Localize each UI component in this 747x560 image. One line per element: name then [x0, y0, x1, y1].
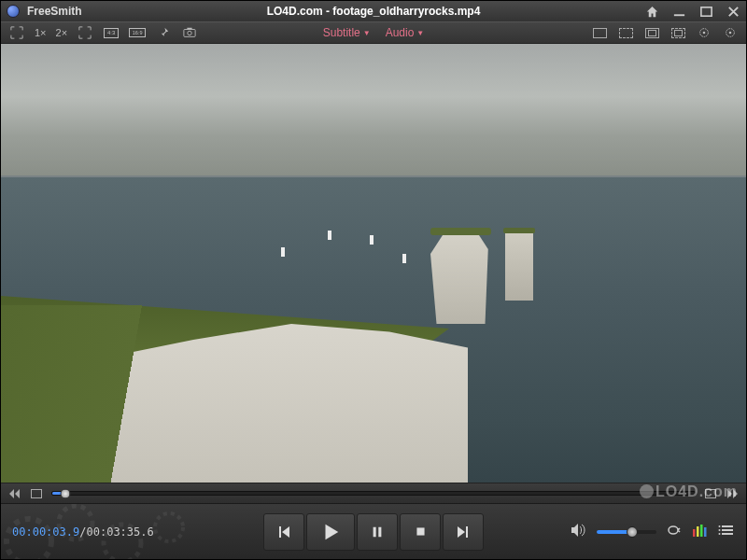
subtitle-dropdown[interactable]: Subtitle ▼ [323, 26, 371, 39]
seekbar-row [1, 483, 746, 503]
svg-rect-15 [416, 527, 424, 535]
audio-dropdown[interactable]: Audio ▼ [386, 26, 425, 39]
snapshot-icon[interactable] [181, 24, 198, 41]
timestamp: 00:00:03.9/00:03:35.6 [12, 525, 154, 539]
subtitle-label: Subtitle [323, 26, 360, 39]
fullscreen-icon[interactable] [77, 24, 93, 41]
previous-button[interactable] [263, 513, 304, 551]
crop-icon-2[interactable] [617, 24, 634, 41]
seek-slider[interactable] [51, 491, 696, 496]
audio-label: Audio [386, 26, 415, 39]
minimize-button[interactable] [672, 5, 686, 19]
svg-rect-0 [674, 14, 684, 16]
seek-knob[interactable] [60, 488, 70, 498]
svg-point-6 [703, 32, 706, 35]
maximize-button[interactable] [699, 5, 713, 19]
loop-icon[interactable] [666, 524, 683, 539]
app-name: FreeSmith [27, 5, 82, 18]
app-icon [7, 5, 20, 18]
close-button[interactable] [726, 5, 740, 19]
svg-rect-17 [697, 526, 699, 537]
crop-icon-4[interactable] [669, 24, 686, 41]
svg-rect-19 [704, 527, 707, 537]
aspect-16-9-icon[interactable]: 16:9 [129, 24, 146, 41]
toolbar: 1× 2× 4:3 16:9 Subtitle ▼ Audio ▼ [1, 21, 746, 44]
svg-point-12 [155, 513, 183, 541]
playlist-icon[interactable] [718, 524, 735, 539]
step-back-icon[interactable] [7, 486, 21, 501]
marker-start-icon[interactable] [29, 486, 44, 501]
total-time: 00:03:35.6 [86, 525, 153, 539]
chevron-down-icon: ▼ [416, 29, 424, 37]
volume-knob[interactable] [627, 526, 638, 538]
file-name: LO4D.com - footage_oldharryrocks.mp4 [1, 5, 746, 18]
next-button[interactable] [443, 513, 484, 551]
play-button[interactable] [306, 513, 355, 551]
equalizer-icon[interactable] [692, 524, 709, 539]
controls: 00:00:03.9/00:03:35.6 [1, 503, 746, 559]
pause-button[interactable] [357, 513, 398, 551]
aspect-4-3-icon[interactable]: 4:3 [103, 24, 120, 41]
pin-icon[interactable] [155, 24, 172, 41]
volume-slider[interactable] [597, 530, 656, 534]
volume-icon[interactable] [571, 523, 587, 540]
settings-icon-1[interactable] [696, 24, 712, 41]
home-icon[interactable] [645, 5, 659, 19]
video-content [1, 44, 746, 175]
svg-rect-4 [187, 28, 191, 30]
svg-rect-14 [378, 526, 381, 537]
fit-screen-icon[interactable] [8, 24, 25, 41]
svg-rect-2 [184, 30, 195, 37]
zoom-2x[interactable]: 2× [56, 27, 68, 38]
app-window: FreeSmith LO4D.com - footage_oldharryroc… [0, 0, 747, 560]
video-viewport[interactable] [1, 44, 746, 483]
marker-end-icon[interactable] [703, 486, 718, 501]
svg-rect-16 [693, 529, 696, 537]
chevron-down-icon: ▼ [363, 29, 371, 37]
svg-rect-1 [701, 7, 712, 15]
svg-point-20 [719, 525, 721, 527]
svg-point-21 [719, 529, 721, 531]
svg-point-22 [719, 533, 721, 535]
stop-button[interactable] [400, 513, 441, 551]
step-forward-icon[interactable] [726, 486, 740, 501]
crop-icon-3[interactable] [643, 24, 660, 41]
svg-point-3 [188, 31, 191, 35]
transport-controls [263, 513, 484, 551]
crop-icon-1[interactable] [591, 24, 608, 41]
zoom-1x[interactable]: 1× [35, 27, 47, 38]
svg-point-8 [729, 32, 732, 35]
current-time: 00:00:03.9 [12, 525, 79, 539]
svg-rect-18 [700, 525, 703, 537]
svg-rect-13 [374, 526, 376, 537]
titlebar: FreeSmith LO4D.com - footage_oldharryroc… [1, 1, 746, 21]
settings-icon-2[interactable] [722, 24, 739, 41]
